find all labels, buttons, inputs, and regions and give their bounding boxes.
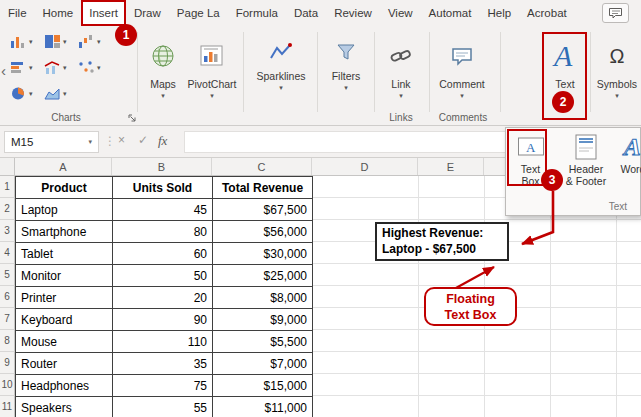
ribbon-tab-bar: FileHomeInsertDrawPage LaFormulaDataRevi… [0, 0, 641, 26]
charts-dialog-launcher-icon[interactable] [127, 113, 137, 123]
column-header-E[interactable]: E [418, 158, 484, 175]
cell[interactable]: $15,000 [213, 375, 313, 397]
cancel-button[interactable]: × [118, 133, 125, 147]
insert-combo-chart-button[interactable]: ▾ [44, 60, 67, 75]
excel-window: FileHomeInsertDrawPage LaFormulaDataRevi… [0, 0, 641, 417]
cell[interactable]: 50 [113, 265, 213, 287]
insert-waterfall-chart-button[interactable]: ▾ [78, 34, 101, 49]
table-header-cell[interactable]: Total Revenue [213, 177, 313, 199]
cell[interactable]: $30,000 [213, 243, 313, 265]
row-header-6[interactable]: 6 [0, 286, 15, 308]
row-header-1[interactable]: 1 [0, 176, 15, 198]
insert-pie-chart-button[interactable]: ▾ [10, 86, 33, 101]
tab-file[interactable]: File [0, 0, 35, 26]
cell[interactable]: 20 [113, 287, 213, 309]
tab-automat[interactable]: Automat [421, 0, 480, 26]
tab-review[interactable]: Review [326, 0, 380, 26]
tab-view[interactable]: View [380, 0, 421, 26]
table-header-cell[interactable]: Units Sold [113, 177, 213, 199]
cell[interactable]: 45 [113, 199, 213, 221]
cell[interactable]: Laptop [16, 199, 113, 221]
row-header-7[interactable]: 7 [0, 308, 15, 330]
cell[interactable]: Printer [16, 287, 113, 309]
tab-data[interactable]: Data [286, 0, 326, 26]
annotation-callout: Floating Text Box [424, 287, 517, 326]
comment-button[interactable]: Comment ▾ [434, 38, 490, 100]
cell[interactable]: 75 [113, 375, 213, 397]
cell[interactable]: Keyboard [16, 309, 113, 331]
tab-formula[interactable]: Formula [228, 0, 286, 26]
chevron-down-icon: ▾ [88, 138, 92, 146]
row-header-5[interactable]: 5 [0, 264, 15, 286]
maps-button[interactable]: Maps ▾ [140, 38, 186, 100]
tab-page-la[interactable]: Page La [169, 0, 228, 26]
insert-hierarchy-chart-button[interactable]: ▾ [44, 34, 67, 49]
chevron-down-icon: ▾ [399, 92, 403, 100]
comments-panel-button[interactable] [602, 3, 629, 23]
column-header-A[interactable]: A [15, 158, 112, 175]
link-button[interactable]: Link ▾ [380, 38, 422, 100]
tab-acrobat[interactable]: Acrobat [519, 0, 575, 26]
cell[interactable]: 110 [113, 331, 213, 353]
cell[interactable]: $7,000 [213, 353, 313, 375]
cell[interactable]: $5,500 [213, 331, 313, 353]
table-header-cell[interactable]: Product [16, 177, 113, 199]
table-row: Printer20$8,000 [16, 287, 313, 309]
ribbon-scroll-left-button[interactable]: ‹ [1, 62, 6, 79]
cell[interactable]: 80 [113, 221, 213, 243]
enter-button[interactable]: ✓ [138, 133, 148, 147]
sparklines-button[interactable]: Sparklines ▾ [250, 38, 312, 92]
cell[interactable]: $11,000 [213, 397, 313, 417]
symbols-button[interactable]: Ω Symbols ▾ [593, 38, 641, 100]
cell[interactable]: $9,000 [213, 309, 313, 331]
cell[interactable]: $56,000 [213, 221, 313, 243]
select-all-corner[interactable] [0, 158, 15, 176]
header-footer-icon [574, 133, 598, 161]
tab-draw[interactable]: Draw [126, 0, 169, 26]
insert-function-button[interactable]: fx [158, 133, 167, 149]
cell[interactable]: Router [16, 353, 113, 375]
annotation-step-3-badge: 3 [541, 169, 563, 191]
tab-insert[interactable]: Insert [81, 0, 126, 26]
column-header-D[interactable]: D [312, 158, 418, 175]
menu-item-wordart[interactable]: A Word [616, 131, 641, 175]
cell[interactable]: 60 [113, 243, 213, 265]
row-header-8[interactable]: 8 [0, 330, 15, 352]
row-header-11[interactable]: 11 [0, 396, 15, 417]
insert-bar-chart-button[interactable]: ▾ [10, 60, 33, 75]
menu-item-header-footer[interactable]: Header & Footer [556, 131, 616, 187]
group-divider [137, 32, 138, 112]
cell[interactable]: 35 [113, 353, 213, 375]
formula-bar-handle[interactable]: ⋮ [104, 134, 116, 148]
row-header-3[interactable]: 3 [0, 220, 15, 242]
floating-text-box[interactable]: Highest Revenue: Laptop - $67,500 [375, 222, 509, 261]
cell[interactable]: 90 [113, 309, 213, 331]
tab-help[interactable]: Help [479, 0, 519, 26]
cell[interactable]: $25,000 [213, 265, 313, 287]
name-box[interactable]: M15 ▾ [4, 131, 99, 153]
row-header-4[interactable]: 4 [0, 242, 15, 264]
pie-chart-icon [10, 86, 27, 101]
cell[interactable]: 55 [113, 397, 213, 417]
cell[interactable]: Smartphone [16, 221, 113, 243]
insert-column-chart-button[interactable]: ▾ [10, 34, 33, 49]
column-header-C[interactable]: C [212, 158, 312, 175]
table-header-row: Product Units Sold Total Revenue [16, 177, 313, 199]
cell[interactable]: $8,000 [213, 287, 313, 309]
cell[interactable]: $67,500 [213, 199, 313, 221]
row-header-9[interactable]: 9 [0, 352, 15, 374]
filters-button[interactable]: Filters ▾ [322, 38, 370, 92]
pivotchart-button[interactable]: PivotChart ▾ [184, 38, 240, 100]
cell[interactable]: Tablet [16, 243, 113, 265]
column-header-B[interactable]: B [112, 158, 212, 175]
row-header-2[interactable]: 2 [0, 198, 15, 220]
insert-area-chart-button[interactable]: ▾ [44, 86, 67, 101]
insert-scatter-chart-button[interactable]: ▾ [78, 60, 101, 75]
cell[interactable]: Monitor [16, 265, 113, 287]
chevron-down-icon: ▾ [615, 92, 619, 100]
row-header-10[interactable]: 10 [0, 374, 15, 396]
tab-home[interactable]: Home [35, 0, 82, 26]
cell[interactable]: Mouse [16, 331, 113, 353]
cell[interactable]: Speakers [16, 397, 113, 417]
cell[interactable]: Headphones [16, 375, 113, 397]
